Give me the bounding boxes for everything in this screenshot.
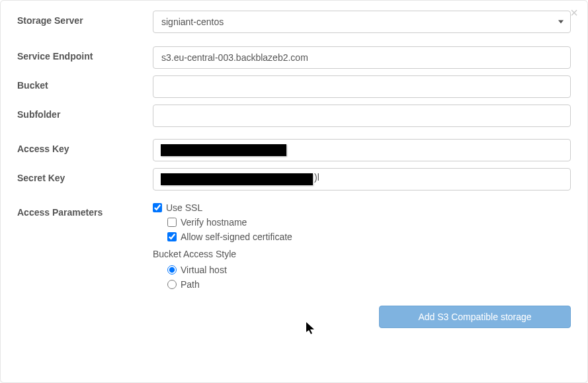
- storage-config-modal: × Storage Server signiant-centos Service…: [0, 0, 588, 383]
- access-key-label: Access Key: [17, 139, 153, 154]
- path-radio-row: Path: [167, 279, 571, 290]
- access-parameters-label: Access Parameters: [17, 202, 153, 218]
- bucket-row: Bucket: [17, 75, 571, 98]
- bucket-label: Bucket: [17, 75, 153, 91]
- service-endpoint-input[interactable]: [153, 46, 571, 69]
- storage-server-select[interactable]: signiant-centos: [153, 11, 571, 33]
- caret-down-icon: [558, 21, 564, 24]
- virtual-host-label: Virtual host: [181, 265, 227, 275]
- path-radio[interactable]: [167, 280, 177, 289]
- subfolder-row: Subfolder: [17, 105, 571, 127]
- allow-self-signed-label: Allow self-signed certificate: [181, 232, 292, 242]
- redaction-bar: [161, 144, 286, 156]
- allow-self-signed-checkbox[interactable]: [167, 232, 177, 241]
- use-ssl-checkbox[interactable]: [153, 203, 162, 212]
- secret-key-row: Secret Key )l: [17, 168, 571, 191]
- bucket-access-style-heading: Bucket Access Style: [153, 249, 571, 259]
- virtual-host-radio[interactable]: [167, 265, 177, 275]
- close-icon[interactable]: ×: [570, 6, 578, 19]
- path-label: Path: [181, 279, 200, 290]
- verify-hostname-checkbox-row: Verify hostname: [167, 217, 571, 228]
- storage-server-row: Storage Server signiant-centos: [17, 11, 571, 33]
- add-storage-button[interactable]: Add S3 Compatible storage: [379, 306, 571, 328]
- bucket-input[interactable]: [153, 75, 571, 98]
- subfolder-label: Subfolder: [17, 105, 153, 120]
- subfolder-input[interactable]: [153, 105, 571, 127]
- allow-self-signed-checkbox-row: Allow self-signed certificate: [167, 232, 571, 242]
- use-ssl-checkbox-row: Use SSL: [153, 202, 571, 213]
- use-ssl-label: Use SSL: [166, 202, 202, 213]
- service-endpoint-label: Service Endpoint: [17, 46, 153, 62]
- service-endpoint-row: Service Endpoint: [17, 46, 571, 69]
- virtual-host-radio-row: Virtual host: [167, 265, 571, 275]
- verify-hostname-label: Verify hostname: [181, 217, 247, 228]
- verify-hostname-checkbox[interactable]: [167, 218, 177, 227]
- modal-footer: Add S3 Compatible storage: [17, 306, 571, 328]
- storage-server-label: Storage Server: [17, 11, 153, 26]
- storage-server-value: signiant-centos: [161, 17, 224, 27]
- access-parameters-row: Access Parameters Use SSL Verify hostnam…: [17, 202, 571, 294]
- redaction-bar: [161, 173, 313, 185]
- access-key-row: Access Key: [17, 139, 571, 161]
- secret-key-trail: )l: [314, 172, 319, 183]
- secret-key-label: Secret Key: [17, 168, 153, 183]
